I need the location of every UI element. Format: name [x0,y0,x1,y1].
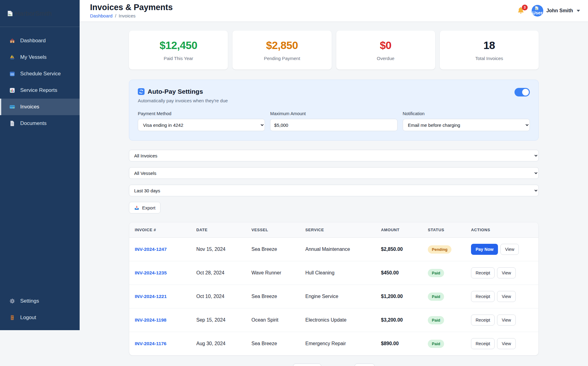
export-button[interactable]: Export [129,202,160,213]
stat-value: $12,450 [160,39,197,51]
logo: HarborSmith [0,0,80,27]
row-actions: ReceiptView [471,291,533,302]
sidebar-footer: SettingsLogout [0,293,80,330]
service-cell: Electronics Update [300,308,376,332]
sidebar-item-my-vessels[interactable]: My Vessels [0,49,80,66]
pay-now-button[interactable]: Pay Now [471,244,498,255]
stat-label: Total Invoices [475,56,503,61]
receipt-button[interactable]: Receipt [471,267,495,278]
row-actions: Pay NowView [471,244,533,255]
invoice-link[interactable]: INV-2024-1235 [135,270,167,275]
column-header-actions: ACTIONS [466,222,538,238]
sidebar-item-service-reports[interactable]: Service Reports [0,82,80,99]
invoice-link[interactable]: INV-2024-1247 [135,247,167,252]
sidebar-item-settings[interactable]: Settings [0,293,80,309]
inbox-tray-icon [134,205,139,210]
status-cell: Paid [423,332,466,356]
maximum-amount-input[interactable] [270,119,397,131]
bar-chart-icon [9,87,15,93]
next-page-button[interactable]: Next [355,364,375,366]
autopay-subtitle: Automatically pay invoices when they're … [138,98,228,103]
table-header-row: INVOICE #DATEVESSELSERVICEAMOUNTSTATUSAC… [129,222,538,238]
invoice-link[interactable]: INV-2024-1198 [135,317,166,323]
stat-value: $2,850 [266,39,298,51]
invoice-amount: $890.00 [381,341,399,346]
notifications-button[interactable]: 3 [517,7,525,15]
status-cell: Pending [423,238,466,261]
maximum-amount-label: Maximum Amount [270,111,397,116]
sidebar-item-invoices[interactable]: Invoices [0,99,80,115]
sidebar: HarborSmith DashboardMy VesselsSchedule … [0,0,80,330]
stats-row: $12,450Paid This Year$2,850Pending Payme… [129,31,539,70]
invoice-link[interactable]: INV-2024-1176 [135,341,166,346]
notification-badge: 3 [522,5,528,10]
service-cell: Hull Cleaning [300,261,376,285]
logo-alt-text: HarborSmith [15,10,52,17]
stat-card-overdue: $0Overdue [336,31,435,70]
notification-label: Notification [403,111,530,116]
invoice-link[interactable]: INV-2024-1221 [135,294,167,299]
invoice-cell: INV-2024-1221 [129,285,191,308]
column-header-amount: AMOUNT [376,222,423,238]
vessel-filter-select[interactable]: All Vessels [129,167,539,179]
column-header-invoice: INVOICE # [129,222,191,238]
table-row: INV-2024-1235Oct 28, 2024Wave RunnerHull… [129,261,538,285]
invoice-amount: $2,850.00 [381,247,403,252]
sidebar-item-label: Service Reports [20,87,57,93]
broken-image-icon [7,10,13,17]
status-cell: Paid [423,261,466,285]
sidebar-item-label: Schedule Service [20,71,61,77]
view-button[interactable]: View [497,267,515,278]
row-actions: ReceiptView [471,338,533,349]
sailboat-icon [9,54,15,60]
table-row: INV-2024-1247Nov 15, 2024Sea BreezeAnnua… [129,238,538,261]
status-badge: Paid [428,269,444,277]
invoice-cell: INV-2024-1235 [129,261,191,285]
column-header-date: DATE [191,222,247,238]
vessel-cell: Ocean Spirit [247,308,300,332]
view-button[interactable]: View [497,338,515,349]
actions-cell: ReceiptView [466,308,538,332]
row-actions: ReceiptView [471,267,533,278]
view-button[interactable]: View [497,291,515,302]
table-row: INV-2024-1221Oct 10, 2024Sea BreezeEngin… [129,285,538,308]
view-button[interactable]: View [497,315,515,326]
row-actions: ReceiptView [471,315,533,326]
payment-method-select[interactable]: Visa ending in 4242 [138,119,265,131]
sidebar-item-dashboard[interactable]: Dashboard [0,32,80,49]
view-button[interactable]: View [500,244,519,255]
autopay-title: Auto-Pay Settings [148,88,203,95]
invoice-filter-select[interactable]: All Invoices [129,150,539,161]
credit-card-icon [9,104,15,110]
notification-select[interactable]: Email me before charging [403,119,530,131]
stat-card-pending-payment: $2,850Pending Payment [232,31,331,70]
breadcrumb-link-dashboard[interactable]: Dashboard [90,13,112,18]
receipt-button[interactable]: Receipt [471,291,495,302]
service-cell: Engine Service [300,285,376,308]
autopay-toggle[interactable] [514,88,530,96]
previous-page-button[interactable]: Previous [293,364,321,366]
amount-cell: $2,850.00 [376,238,423,261]
sidebar-item-documents[interactable]: Documents [0,115,80,132]
date-range-filter-select[interactable]: Last 30 days [129,185,539,196]
actions-cell: Pay NowView [466,238,538,261]
receipt-button[interactable]: Receipt [471,338,495,349]
status-badge: Pending [428,245,451,254]
title-block: Invoices & Payments Dashboard / Invoices [90,3,173,18]
stat-value: $0 [380,39,391,51]
breadcrumb-separator: / [115,13,116,18]
broken-image-icon [534,6,539,10]
sidebar-nav: DashboardMy VesselsSchedule ServiceServi… [0,27,80,132]
receipt-button[interactable]: Receipt [471,315,495,326]
user-menu[interactable]: User John Smith [532,5,580,17]
topbar-right: 3 User John Smith [517,5,580,17]
status-badge: Paid [428,316,444,324]
sidebar-item-schedule-service[interactable]: Schedule Service [0,66,80,82]
actions-cell: ReceiptView [466,261,538,285]
export-label: Export [142,205,155,210]
sidebar-item-label: Invoices [20,104,39,110]
sidebar-item-logout[interactable]: Logout [0,309,80,326]
invoice-cell: INV-2024-1247 [129,238,191,261]
house-icon [9,38,15,44]
document-icon [9,120,15,126]
